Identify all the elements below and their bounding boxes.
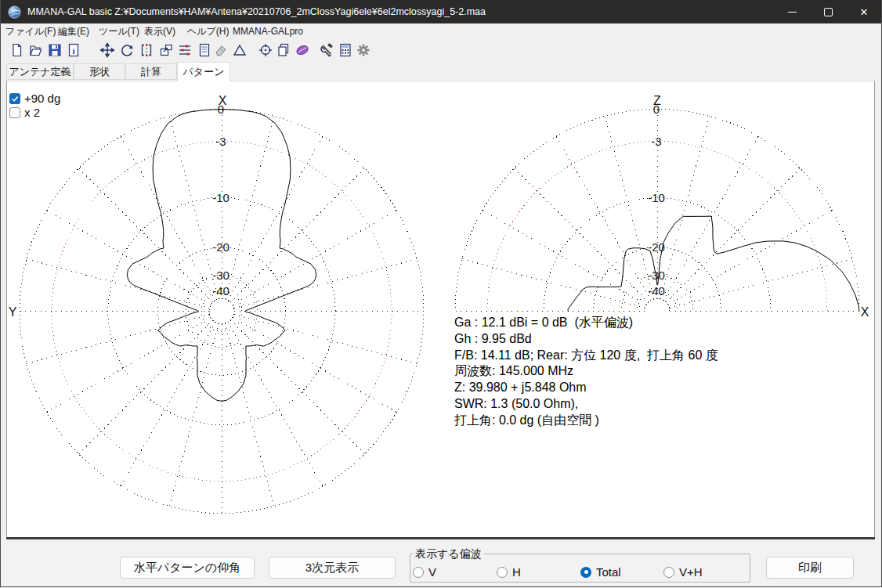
- checkbox-x-2[interactable]: x 2: [9, 106, 40, 119]
- radio-V+H[interactable]: V+H: [663, 565, 703, 579]
- svg-text:-10: -10: [648, 191, 665, 204]
- axis-label-X: X: [219, 94, 227, 107]
- checkbox-+90-dg[interactable]: +90 dg: [9, 92, 60, 105]
- svg-text:-40: -40: [212, 284, 230, 298]
- radio-H[interactable]: H: [497, 565, 521, 579]
- svg-text:-20: -20: [212, 240, 230, 254]
- axis-label-Z: Z: [653, 94, 661, 107]
- svg-text:-30: -30: [212, 269, 230, 282]
- radio-Total[interactable]: Total: [580, 565, 621, 579]
- axis-label-Y: Y: [9, 305, 17, 319]
- footer-bar: 水平パターンの仰角 3次元表示 表示する偏波 VHTotalV+H 印刷: [0, 539, 882, 588]
- tab-パターン[interactable]: パターン: [177, 62, 230, 81]
- polarization-groupbox: 表示する偏波 VHTotalV+H: [410, 554, 750, 583]
- svg-text:-3: -3: [651, 135, 661, 148]
- ring-labels: 0-3-10-20-30-40: [212, 103, 230, 298]
- elevation-pattern-curve: [568, 216, 859, 311]
- azimuth-pattern-curve: [127, 110, 316, 402]
- print-button[interactable]: 印刷: [766, 557, 854, 579]
- polar-plots: 0-3-10-20-30-400-3-10-20-30-40XYZX: [0, 0, 882, 588]
- ring-labels: 0-3-10-20-30-40: [648, 103, 665, 298]
- axis-label-X: X: [861, 305, 869, 319]
- view-3d-button[interactable]: 3次元表示: [269, 557, 396, 579]
- polarization-group-label: 表示する偏波: [413, 547, 484, 561]
- svg-text:-40: -40: [648, 284, 665, 298]
- svg-text:-3: -3: [215, 135, 226, 148]
- horizontal-pattern-elevation-button[interactable]: 水平パターンの仰角: [120, 557, 255, 579]
- radio-V[interactable]: V: [413, 565, 436, 579]
- result-info: Ga : 12.1 dBi = 0 dB (水平偏波)Gh : 9.95 dBd…: [454, 315, 718, 429]
- svg-text:-10: -10: [212, 191, 230, 204]
- polar-grid-azimuth: [20, 110, 424, 514]
